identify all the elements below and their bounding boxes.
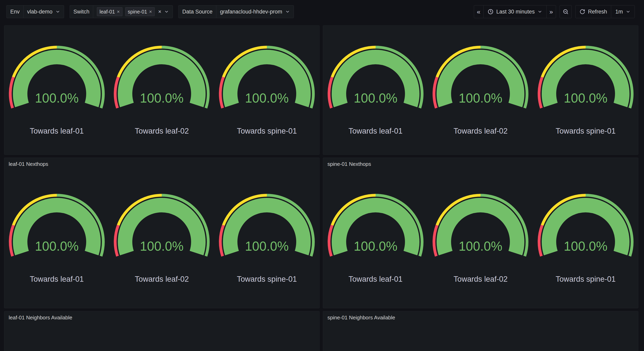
- double-chevron-left-icon: «: [477, 9, 480, 15]
- zoom-out-icon: [563, 9, 569, 15]
- tag-text: leaf-01: [100, 9, 115, 15]
- variable-switch: Switch leaf-01 × spine-01 × ×: [70, 5, 173, 18]
- variable-env: Env vlab-demo: [6, 5, 64, 18]
- gauge-label: Towards leaf-02: [135, 127, 189, 135]
- gauge: 100.0%Towards leaf-02: [113, 193, 210, 283]
- gauge: 100.0%Towards spine-01: [218, 45, 315, 135]
- gauge-value: 100.0%: [35, 91, 78, 105]
- gauge-value: 100.0%: [245, 239, 289, 253]
- time-shift-back-button[interactable]: «: [474, 5, 484, 18]
- env-value: vlab-demo: [27, 9, 52, 15]
- gauge-value: 100.0%: [354, 239, 397, 253]
- gauge: 100.0%Towards leaf-02: [432, 193, 529, 283]
- datasource-select[interactable]: grafanacloud-hhdev-prom: [216, 5, 294, 18]
- refresh-button[interactable]: Refresh: [575, 5, 612, 18]
- tag-text: spine-01: [128, 9, 147, 15]
- panel-leaf-01-neighbors-available: leaf-01 Neighbors Available: [4, 311, 320, 351]
- gauge: 100.0%Towards leaf-01: [327, 45, 424, 135]
- panel-title[interactable]: spine-01 Nexthops: [323, 158, 638, 168]
- remove-tag-icon[interactable]: ×: [117, 9, 120, 15]
- panel-title[interactable]: leaf-01 Nexthops: [4, 158, 320, 168]
- chevron-down-icon: [56, 9, 60, 14]
- clock-icon: [488, 9, 494, 15]
- variables-bar: Env vlab-demo Switch leaf-01 × spine-01 …: [6, 5, 294, 18]
- gauge-row: 100.0%Towards leaf-01100.0%Towards leaf-…: [323, 26, 638, 155]
- gauge-label: Towards leaf-01: [348, 275, 402, 283]
- time-shift-forward-button[interactable]: »: [546, 5, 556, 18]
- gauge-label: Towards leaf-01: [30, 127, 84, 135]
- refresh-interval-value: 1m: [615, 9, 623, 15]
- refresh-group: Refresh 1m: [575, 5, 635, 18]
- gauge-label: Towards spine-01: [237, 127, 297, 135]
- gauge: 100.0%Towards spine-01: [537, 45, 634, 135]
- gauge-label: Towards leaf-02: [135, 275, 189, 283]
- gauge-value: 100.0%: [564, 91, 608, 105]
- chevron-down-icon: [626, 9, 630, 14]
- gauge-label: Towards leaf-01: [348, 127, 402, 135]
- gauge: 100.0%Towards leaf-01: [8, 45, 105, 135]
- gauge-value: 100.0%: [459, 239, 502, 253]
- panel-spine-01-neighbors-available: spine-01 Neighbors Available: [323, 311, 638, 351]
- gauge-value: 100.0%: [35, 239, 78, 253]
- panel-gauges-right: 100.0%Towards leaf-01100.0%Towards leaf-…: [323, 25, 638, 155]
- zoom-out-button[interactable]: [560, 5, 572, 18]
- gauge: 100.0%Towards leaf-02: [113, 45, 210, 135]
- gauge-label: Towards leaf-02: [454, 127, 508, 135]
- gauge-value: 100.0%: [564, 239, 608, 253]
- gauge-label: Towards leaf-02: [454, 275, 508, 283]
- variable-datasource: Data Source grafanacloud-hhdev-prom: [178, 5, 294, 18]
- remove-tag-icon[interactable]: ×: [149, 9, 152, 15]
- double-chevron-right-icon: »: [549, 9, 553, 15]
- refresh-label: Refresh: [588, 9, 607, 15]
- chevron-down-icon: [285, 9, 290, 14]
- time-range-group: « Last 30 minutes »: [474, 5, 556, 18]
- env-select[interactable]: vlab-demo: [23, 5, 64, 18]
- gauge: 100.0%Towards leaf-01: [8, 193, 105, 283]
- gauge-value: 100.0%: [140, 239, 184, 253]
- time-range-button[interactable]: Last 30 minutes: [483, 5, 547, 18]
- switch-tag-spine-01[interactable]: spine-01 ×: [125, 7, 155, 16]
- gauge-value: 100.0%: [354, 91, 397, 105]
- gauge-label: Towards spine-01: [556, 127, 616, 135]
- gauge-label: Towards leaf-01: [30, 275, 84, 283]
- gauge-row: 100.0%Towards leaf-01100.0%Towards leaf-…: [4, 26, 320, 155]
- dashboard-toolbar: Env vlab-demo Switch leaf-01 × spine-01 …: [0, 0, 644, 23]
- refresh-icon: [580, 9, 585, 15]
- gauge-value: 100.0%: [140, 91, 184, 105]
- gauge-value: 100.0%: [459, 91, 502, 105]
- switch-tag-leaf-01[interactable]: leaf-01 ×: [97, 7, 122, 16]
- gauge-row: 100.0%Towards leaf-01100.0%Towards leaf-…: [4, 168, 320, 308]
- chevron-down-icon: [538, 9, 542, 14]
- panel-spine-01-nexthops: spine-01 Nexthops 100.0%Towards leaf-011…: [323, 158, 638, 308]
- panel-leaf-01-nexthops: leaf-01 Nexthops 100.0%Towards leaf-0110…: [4, 158, 320, 308]
- switch-select[interactable]: leaf-01 × spine-01 × ×: [93, 5, 173, 18]
- gauge: 100.0%Towards leaf-02: [432, 45, 529, 135]
- panel-gauges-left: 100.0%Towards leaf-01100.0%Towards leaf-…: [4, 25, 320, 155]
- gauge-value: 100.0%: [245, 91, 289, 105]
- dashboard-grid: 100.0%Towards leaf-01100.0%Towards leaf-…: [0, 23, 644, 351]
- gauge: 100.0%Towards spine-01: [218, 193, 315, 283]
- datasource-label: Data Source: [178, 5, 216, 18]
- gauge: 100.0%Towards spine-01: [537, 193, 634, 283]
- env-label: Env: [6, 5, 23, 18]
- chevron-down-icon: [164, 9, 169, 14]
- gauge-label: Towards spine-01: [556, 275, 616, 283]
- gauge-label: Towards spine-01: [237, 275, 297, 283]
- clear-all-icon[interactable]: ×: [158, 9, 162, 15]
- time-range-label: Last 30 minutes: [496, 9, 535, 15]
- panel-title[interactable]: spine-01 Neighbors Available: [323, 311, 638, 322]
- gauge-row: 100.0%Towards leaf-01100.0%Towards leaf-…: [323, 168, 638, 308]
- gauge: 100.0%Towards leaf-01: [327, 193, 424, 283]
- panel-title[interactable]: leaf-01 Neighbors Available: [4, 311, 320, 322]
- refresh-interval-button[interactable]: 1m: [611, 5, 635, 18]
- time-controls: « Last 30 minutes » Refresh 1m: [474, 5, 635, 18]
- datasource-value: grafanacloud-hhdev-prom: [220, 9, 282, 15]
- switch-label: Switch: [70, 5, 93, 18]
